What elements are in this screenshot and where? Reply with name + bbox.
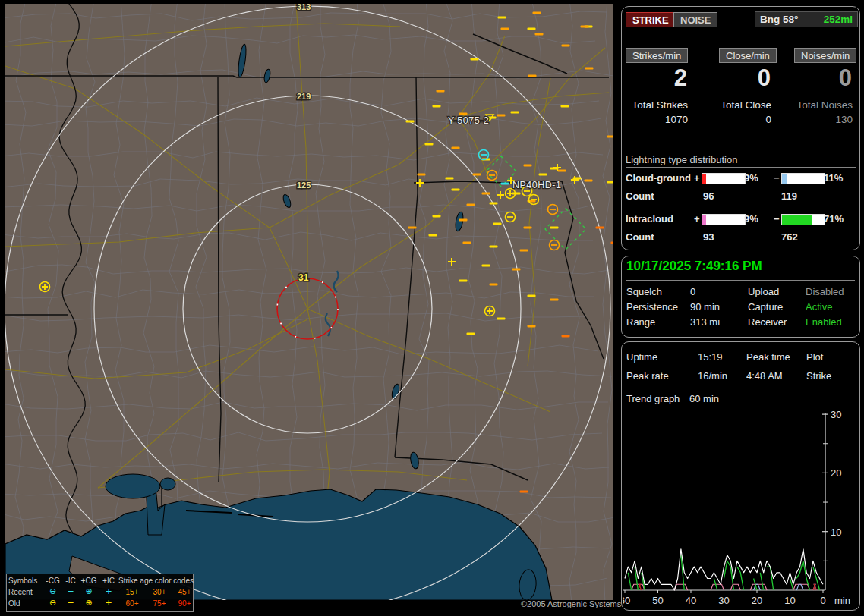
persistence-label: Persistence [626, 301, 678, 313]
cg-minus-pct: 11% [824, 172, 843, 184]
bearing-readout: Bng 58° 252mi [755, 11, 858, 27]
age-90: 90+ [173, 598, 196, 609]
svg-text:10: 10 [784, 595, 795, 606]
peak-time-label: Peak time [746, 351, 790, 363]
legend-recent-label: Recent [8, 586, 43, 598]
distribution-divider [626, 167, 856, 168]
session-panel: Uptime 15:19 Peak time Plot Peak rate 16… [621, 341, 860, 611]
age-15: 15+ [118, 586, 146, 598]
map-legend: Symbols -CG -IC +CG +IC Strike age color… [6, 574, 194, 612]
squelch-label: Squelch [626, 286, 662, 297]
ic-minus-pct: 71% [824, 213, 844, 225]
legend-old-label: Old [8, 598, 43, 609]
plot-value: Strike [806, 370, 831, 382]
noise-mode-button[interactable]: NOISE [673, 12, 717, 27]
trend-graph-label: Trend graph [626, 393, 680, 404]
legend-age-header: Strike age color codes [118, 575, 196, 586]
svg-text:219: 219 [297, 92, 311, 101]
cg-plus-sign: + [694, 172, 700, 184]
uptime-label: Uptime [626, 351, 657, 363]
ic-minus-sign: − [774, 213, 780, 225]
capture-value: Active [806, 301, 832, 313]
age-60: 60+ [118, 598, 146, 609]
pos-cg-old-icon: ⊕ [79, 598, 99, 609]
legend-col-neg-ic: -IC [62, 575, 79, 586]
ic-plus-count: 93 [703, 231, 714, 243]
noises-per-min-value: 0 [622, 64, 853, 92]
cg-plus-bar [702, 173, 746, 184]
range-value: 313 mi [690, 316, 720, 328]
strikes-per-min-button[interactable]: Strikes/min [626, 48, 688, 63]
svg-text:10: 10 [831, 526, 841, 538]
plot-label: Plot [806, 351, 823, 363]
peak-rate-value: 16/min [698, 370, 727, 382]
svg-text:Y-5075-2: Y-5075-2 [448, 115, 489, 126]
status-panel: 10/17/2025 7:49:16 PM Squelch 0 Upload D… [621, 256, 860, 338]
neg-cg-recent-icon: ⊖ [43, 586, 62, 598]
neg-cg-old-icon: ⊖ [43, 598, 62, 609]
pos-ic-recent-icon: + [99, 586, 118, 598]
total-noises-label: Total Noises [622, 99, 853, 111]
map-canvas: 31321912531Y-5075-2NP40HD-1 [5, 4, 613, 600]
legend-col-pos-ic: +IC [99, 575, 118, 586]
ic-minus-count: 762 [781, 231, 798, 243]
cg-plus-pct: 9% [744, 172, 758, 184]
svg-text:60: 60 [623, 595, 630, 606]
age-45: 45+ [173, 586, 196, 598]
ic-plus-bar [702, 214, 746, 225]
receiver-label: Receiver [748, 316, 787, 328]
squelch-value: 0 [690, 286, 695, 297]
legend-symbols-header: Symbols [8, 575, 43, 586]
svg-text:30: 30 [831, 409, 841, 420]
neg-ic-old-icon: − [62, 598, 79, 609]
pos-cg-recent-icon: ⊕ [79, 586, 99, 598]
cg-minus-count: 119 [781, 190, 797, 202]
svg-text:NP40HD-1: NP40HD-1 [512, 180, 561, 190]
ic-plus-pct: 9% [744, 213, 758, 225]
distribution-title: Lightning type distribution [626, 154, 737, 165]
peak-time-value: 4:48 AM [746, 370, 783, 382]
bearing-distance: 252mi [824, 14, 853, 25]
trend-graph: 3020106050403020100min [623, 408, 859, 610]
peak-rate-label: Peak rate [626, 370, 669, 382]
bearing-label: Bng 58° [760, 14, 798, 25]
svg-text:40: 40 [686, 595, 696, 606]
pos-ic-old-icon: + [99, 598, 118, 609]
ic-minus-bar [781, 214, 825, 225]
neg-ic-recent-icon: − [62, 586, 79, 598]
intracloud-label: Intracloud [626, 213, 673, 225]
svg-text:0: 0 [820, 595, 825, 606]
persistence-value: 90 min [690, 301, 720, 313]
cloud-ground-label: Cloud-ground [626, 172, 691, 184]
legend-col-neg-cg: -CG [43, 575, 62, 586]
uptime-value: 15:19 [698, 351, 723, 363]
close-per-min-button[interactable]: Close/min [719, 48, 777, 63]
upload-value: Disabled [806, 286, 844, 297]
cg-count-label: Count [626, 190, 654, 202]
age-75: 75+ [146, 598, 173, 609]
receiver-value: Enabled [806, 316, 842, 328]
svg-text:30: 30 [718, 595, 729, 606]
noises-per-min-button[interactable]: Noises/min [794, 48, 856, 63]
cg-minus-sign: − [774, 172, 780, 184]
upload-label: Upload [748, 286, 779, 297]
age-30: 30+ [146, 586, 173, 598]
svg-text:125: 125 [297, 181, 311, 190]
datetime-divider [626, 280, 855, 281]
svg-text:min: min [834, 595, 850, 606]
ic-plus-sign: + [694, 213, 700, 225]
svg-text:20: 20 [752, 595, 762, 606]
trend-window-value: 60 min [689, 393, 719, 404]
lightning-map[interactable]: 31321912531Y-5075-2NP40HD-1 [5, 4, 613, 600]
svg-text:50: 50 [652, 595, 663, 606]
strike-mode-button[interactable]: STRIKE [626, 12, 676, 27]
cg-minus-bar [781, 173, 825, 184]
datetime-display: 10/17/2025 7:49:16 PM [626, 259, 762, 274]
cg-plus-count: 96 [703, 190, 714, 202]
total-noises-value: 130 [622, 114, 853, 125]
capture-label: Capture [748, 301, 783, 313]
range-label: Range [626, 316, 655, 328]
svg-text:20: 20 [831, 467, 841, 479]
svg-text:313: 313 [297, 4, 311, 11]
legend-col-pos-cg: +CG [79, 575, 99, 586]
